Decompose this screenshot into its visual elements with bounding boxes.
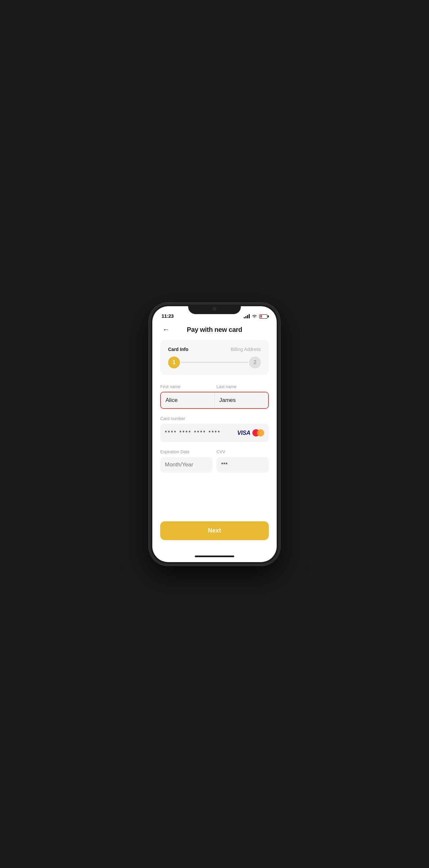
home-indicator xyxy=(152,551,277,562)
step1-circle: 1 xyxy=(168,356,180,368)
name-labels: First name Last name xyxy=(160,384,269,389)
next-button[interactable]: Next xyxy=(160,521,269,540)
card-logos: VISA xyxy=(237,429,264,437)
cvv-label: CVV xyxy=(216,449,269,454)
battery-icon xyxy=(259,314,268,319)
phone-device: 11:23 xyxy=(150,304,279,564)
back-arrow-icon: ← xyxy=(162,325,170,334)
expiration-group: Expiration Date xyxy=(160,449,213,473)
first-name-label: First name xyxy=(160,384,213,389)
cvv-group: CVV xyxy=(216,449,269,473)
wifi-icon xyxy=(252,314,257,319)
card-number-field[interactable]: **** **** **** **** VISA xyxy=(160,424,269,442)
step2-circle: 2 xyxy=(249,356,261,368)
name-fields-group: Alice James xyxy=(160,392,269,409)
status-icons xyxy=(244,314,268,319)
last-name-value: James xyxy=(219,397,236,403)
signal-icon xyxy=(244,314,250,318)
spacer xyxy=(160,482,269,521)
first-name-value: Alice xyxy=(165,397,178,403)
last-name-field[interactable]: James xyxy=(215,393,269,408)
step-indicator: Card Info Billing Address 1 2 xyxy=(160,340,269,375)
page-header: ← Pay with new card xyxy=(160,321,269,340)
step1-label: Card Info xyxy=(168,347,188,352)
status-time: 11:23 xyxy=(161,313,174,319)
notch xyxy=(188,304,241,314)
expiration-input[interactable] xyxy=(160,457,213,473)
content-area: ← Pay with new card Card Info Billing Ad… xyxy=(152,321,277,551)
battery-fill xyxy=(260,315,262,318)
phone-screen: 11:23 xyxy=(152,306,277,562)
next-button-area: Next xyxy=(160,521,269,547)
home-bar xyxy=(195,556,234,557)
visa-logo: VISA xyxy=(237,430,250,436)
page-title: Pay with new card xyxy=(187,326,242,334)
expiration-cvv-group: Expiration Date CVV xyxy=(160,449,269,473)
mastercard-logo xyxy=(252,429,264,437)
first-name-field[interactable]: Alice xyxy=(161,393,214,408)
back-button[interactable]: ← xyxy=(160,324,172,336)
cvv-input[interactable] xyxy=(216,457,269,473)
expiration-label: Expiration Date xyxy=(160,449,213,454)
last-name-label: Last name xyxy=(216,384,269,389)
front-camera xyxy=(213,307,216,311)
step-line xyxy=(181,362,248,363)
step-track: 1 2 xyxy=(168,356,261,368)
card-number-label: Card number xyxy=(160,416,269,421)
step-labels: Card Info Billing Address xyxy=(168,347,261,352)
card-number-value: **** **** **** **** xyxy=(165,430,221,436)
step2-label: Billing Address xyxy=(231,347,261,352)
